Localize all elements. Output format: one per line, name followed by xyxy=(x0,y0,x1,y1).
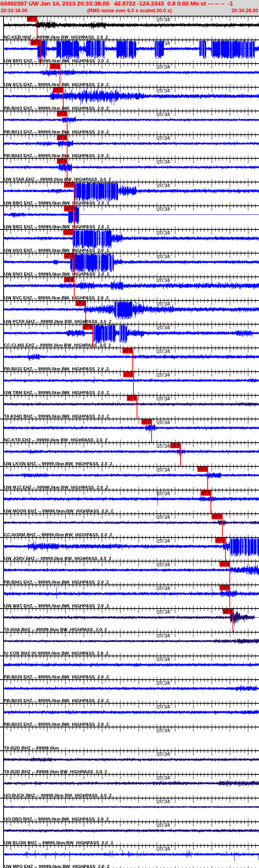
trace-row-ta-i02d-bhz[interactable]: 20:34TA I02D BHZ -- 99999.0km xyxy=(0,727,259,750)
station-channel-label: UW TBM EHZ -- 99999.0km BW HIGHPASS 2.0 … xyxy=(4,390,109,395)
trace-row-uw-lkvw-ehz[interactable]: 20:34UW LKVW EHZ -- 99999.0km BW HIGHPAS… xyxy=(0,442,259,466)
pick-flag[interactable]: xT 4 xyxy=(220,562,230,567)
station-channel-label: UW BRO EHZ -- 99999.0km BW HIGHPASS 2.0 … xyxy=(4,224,109,229)
trace-row-pb-b941-ehz[interactable]: 20:34PB B941 EHZ -- 99999.0km BW HIGHPAS… xyxy=(0,561,259,584)
trace-row-pb-b013-ehz[interactable]: 20:34PB B013 EHZ -- 99999.0km BW HIGHPAS… xyxy=(0,111,259,134)
pick-flag[interactable]: xT 4 xyxy=(27,17,37,22)
rms-scaling-note: (RMS noise over 6.0 s scaled 20.0 x) xyxy=(87,8,172,13)
trace-row-uw-rcs-ehz[interactable]: 20:34UW RCS EHZ -- 99999.0km BW HIGHPASS… xyxy=(0,63,259,87)
pick-flag[interactable]: xT 4 xyxy=(63,230,73,235)
station-channel-label: UW MOON EHZ -- 99999.0km BW HIGHPASS 2.0… xyxy=(4,509,113,513)
trace-row-uw-moon-ehz[interactable]: 20:34UW MOON EHZ -- 99999.0km BW HIGHPAS… xyxy=(0,490,259,513)
trace-row-uw-bro-ehz[interactable]: 20:34UW BRO EHZ -- 99999.0km BW HIGHPASS… xyxy=(0,205,259,229)
station-channel-label: UW MJ2 EHZ -- 99999.0km BW HIGHPASS 2.0 … xyxy=(4,485,108,490)
trace-row-pb-b028-ehz[interactable]: 20:34PB B028 EHZ -- 99999.0km BW HIGHPAS… xyxy=(0,656,259,679)
trace-row-uw-tbm-ehz[interactable]: 20:34UW TBM EHZ -- 99999.0km BW HIGHPASS… xyxy=(0,371,259,395)
trace-row-uw-bbo-ehz[interactable]: 20:34UW BBO EHZ -- 99999.0km BW HIGHPASS… xyxy=(0,182,259,205)
pick-flag[interactable]: xT 4 xyxy=(83,325,93,330)
trace-row-cc-norm-bhz[interactable]: 20:34CC NORM BHZ -- 99999.0km BW HIGHPAS… xyxy=(0,513,259,537)
station-channel-label: TA I03D BHZ -- 99999.0km BW HIGHPASS 2.0… xyxy=(4,769,107,774)
station-channel-label: UW RNO EHZ -- 99999.0km BW HIGHPASS 2.0 … xyxy=(4,272,109,276)
station-channel-label: PB B028 EHZ -- 99999.0km BW HIGHPASS 2.0… xyxy=(4,674,109,679)
trace-row-uo-dbo-bhz[interactable]: 20:34UO DBO BHZ -- 99999.0km BW HIGHPASS… xyxy=(0,798,259,821)
station-channel-label: PB B003 EHZ -- 99999.0km BW HIGHPASS 2.0… xyxy=(4,106,109,111)
trace-row-nc-keb-hhz[interactable]: 20:34NC KEB HHZ -- 99999.0km BW HIGHPASS… xyxy=(0,16,259,39)
pick-flag[interactable]: xT 4 xyxy=(75,301,86,306)
station-channel-label: UW LKVW EHZ -- 99999.0km BW HIGHPASS 2.0… xyxy=(4,461,113,466)
station-channel-label: UW MPO EHZ -- 99999.0km BW HIGHPASS 2.0 … xyxy=(4,864,109,868)
pick-flag[interactable]: xT 4 xyxy=(57,135,67,140)
station-channel-label: UW BLOW BHZ -- 99999.0km BW HIGHPASS 2.0… xyxy=(4,840,113,845)
station-channel-label: UW PCFR EHZ -- 99999.0km BW HIGHPASS 2.0… xyxy=(4,319,111,324)
trace-row-uw-mpo-ehz[interactable]: 20:34UW MPO EHZ -- 99999.0km BW HIGHPASS… xyxy=(0,845,259,868)
trace-row-pb-b033-ehz[interactable]: 20:34PB B033 EHZ -- 99999.0km BW HIGHPAS… xyxy=(0,703,259,727)
station-channel-label: TA I04A BHZ -- 99999.0km BW HIGHPASS 2.0… xyxy=(4,627,107,632)
pick-flag[interactable]: xT 4 xyxy=(123,372,133,377)
trace-row-cc-clms-ehz[interactable]: 20:34CC CLMS EHZ -- 99999.0km BW HIGHPAS… xyxy=(0,324,259,348)
pick-flag[interactable]: xT 4 xyxy=(64,182,74,188)
trace-row-iu-cor-bhz[interactable]: 20:34IU COR BHZ 00 99999.0km BW HIGHPASS… xyxy=(0,632,259,656)
pick-flag[interactable]: xT 4 xyxy=(50,64,60,69)
trace-row-ta-i03d-bhz[interactable]: 20:34TA I03D BHZ -- 99999.0km BW HIGHPAS… xyxy=(0,750,259,774)
station-channel-label: PB B033 EHZ -- 99999.0km BW HIGHPASS 2.0… xyxy=(4,722,109,727)
station-channel-label: UW RVC EHZ -- 99999.0km BW HIGHPASS 2.0 … xyxy=(4,295,109,300)
trace-row-pb-b032-ehz[interactable]: 20:34PB B032 EHZ -- 99999.0km BW HIGHPAS… xyxy=(0,348,259,371)
station-channel-label: UW WAT EHZ -- 99999.0km BW HIGHPASS 2.0 … xyxy=(4,603,109,608)
station-channel-label: UW STAR EHZ -- 99999.0km BW HIGHPASS 2.0… xyxy=(4,177,111,182)
pick-flag[interactable]: xT 4 xyxy=(30,40,41,45)
trace-row-pb-b003-ehz[interactable]: 20:34PB B003 EHZ -- 99999.0km BW HIGHPAS… xyxy=(0,87,259,111)
station-channel-label: CC CLMS EHZ -- 99999.0km BW HIGHPASS 2.0… xyxy=(4,343,111,348)
pick-flag[interactable]: xT 4 xyxy=(197,467,208,472)
pick-flag[interactable]: xT 4 xyxy=(215,538,225,543)
pick-flag[interactable]: xT 4 xyxy=(170,443,180,448)
trace-row-ta-k04d-bhz[interactable]: 20:34TA K04D BHZ -- 99999.0km BW HIGHPAS… xyxy=(0,395,259,419)
trace-row-uw-bpo-ehz[interactable]: 20:34UW BPO EHZ -- 99999.0km BW HIGHPASS… xyxy=(0,39,259,63)
trace-row-uw-pcfr-ehz[interactable]: 20:34UW PCFR EHZ -- 99999.0km BW HIGHPAS… xyxy=(0,300,259,324)
station-channel-label: CC NORM BHZ -- 99999.0km BW HIGHPASS 2.0… xyxy=(4,532,112,537)
trace-row-uw-hso-ehz[interactable]: 20:34UW HSO EHZ -- 99999.0km BW HIGHPASS… xyxy=(0,229,259,253)
station-channel-label: PB B013 EHZ -- 99999.0km BW HIGHPASS 2.0… xyxy=(4,130,109,134)
pick-flag[interactable]: xT 4 xyxy=(141,419,152,425)
trace-row-uw-blow-bhz[interactable]: 20:34UW BLOW BHZ -- 99999.0km BW HIGHPAS… xyxy=(0,821,259,845)
station-channel-label: IU COR BHZ 00 99999.0km BW HIGHPASS 2.0 … xyxy=(4,651,109,656)
trace-row-uw-rno-ehz[interactable]: 20:34UW RNO EHZ -- 99999.0km BW HIGHPASS… xyxy=(0,253,259,276)
trace-row-ta-i04a-bhz[interactable]: 20:34TA I04A BHZ -- 99999.0km BW HIGHPAS… xyxy=(0,608,259,632)
pick-flag[interactable]: xT 4 xyxy=(64,206,74,211)
pick-flag[interactable]: xT 4 xyxy=(57,159,67,164)
trace-row-uw-mj2-ehz[interactable]: 20:34UW MJ2 EHZ -- 99999.0km BW HIGHPASS… xyxy=(0,466,259,490)
pick-flag[interactable]: xT 4 xyxy=(127,396,137,401)
trace-row-uo-buck-bhz[interactable]: 20:34UO BUCK BHZ -- 99999.0km BW HIGHPAS… xyxy=(0,774,259,798)
trace-row-uw-rvc-ehz[interactable]: 20:34UW RVC EHZ -- 99999.0km BW HIGHPASS… xyxy=(0,276,259,300)
trace-row-nc-ktr-ehz[interactable]: 20:34NC KTR EHZ -- 99999.0km BW HIGHPASS… xyxy=(0,419,259,442)
pick-flag[interactable]: xT 4 xyxy=(122,348,133,353)
station-channel-label: UW BPO EHZ -- 99999.0km BW HIGHPASS 2.0 … xyxy=(4,58,109,63)
pick-flag[interactable]: xT 4 xyxy=(53,88,63,93)
trace-row-pb-b943-ehz[interactable]: 20:34PB B943 EHZ -- 99999.0km BW HIGHPAS… xyxy=(0,134,259,158)
trace-row-uw-jorv-ehz[interactable]: 20:34UW JORV EHZ -- 99999.0km BW HIGHPAS… xyxy=(0,537,259,561)
trace-row-uw-wat-ehz[interactable]: 20:34UW WAT EHZ -- 99999.0km BW HIGHPASS… xyxy=(0,584,259,608)
station-channel-label: TA K04D BHZ -- 99999.0km BW HIGHPASS 2.0… xyxy=(4,414,109,419)
time-window-bar: 20:33:18.00 (RMS noise over 6.0 s scaled… xyxy=(0,8,259,15)
event-header: 60492387 UW Jan 14, 2013 20:33:38.00 42.… xyxy=(0,0,259,16)
pick-flag[interactable]: xT 4 xyxy=(64,277,74,282)
station-channel-label: UW RCS EHZ -- 99999.0km BW HIGHPASS 2.0 … xyxy=(4,82,109,87)
station-channel-label: NC KEB HHZ -- 99999.0km BW HIGHPASS 2.0 … xyxy=(4,35,108,39)
event-summary-line: 60492387 UW Jan 14, 2013 20:33:38.00 42.… xyxy=(0,0,259,8)
trace-row-pb-b030-ehz[interactable]: 20:34PB B030 EHZ -- 99999.0km BW HIGHPAS… xyxy=(0,679,259,703)
pick-flag[interactable]: xT 4 xyxy=(223,609,233,614)
trace-row-uw-star-ehz[interactable]: 20:34UW STAR EHZ -- 99999.0km BW HIGHPAS… xyxy=(0,158,259,182)
pick-flag[interactable]: xT 4 xyxy=(64,254,74,259)
seismogram-review-window: 60492387 UW Jan 14, 2013 20:33:38.00 42.… xyxy=(0,0,259,868)
station-channel-label: UO BUCK BHZ -- 99999.0km BW HIGHPASS 2.0… xyxy=(4,793,112,798)
trace-list: 20:34NC KEB HHZ -- 99999.0km BW HIGHPASS… xyxy=(0,16,259,868)
station-channel-label: UW HSO EHZ -- 99999.0km BW HIGHPASS 2.0 … xyxy=(4,248,109,253)
station-channel-label: PB B030 EHZ -- 99999.0km BW HIGHPASS 2.0… xyxy=(4,698,109,703)
pick-flag[interactable]: xT 4 xyxy=(57,111,67,116)
pick-flag[interactable]: xT 4 xyxy=(201,490,211,496)
window-end-time: 20:34:28.00 xyxy=(232,8,258,13)
station-channel-label: UW BBO EHZ -- 99999.0km BW HIGHPASS 2.0 … xyxy=(4,201,109,205)
pick-flag[interactable]: xT 4 xyxy=(212,514,222,519)
pick-flag[interactable]: xT 4 xyxy=(220,585,230,590)
station-channel-label: PB B941 EHZ -- 99999.0km BW HIGHPASS 2.0… xyxy=(4,580,109,584)
station-channel-label: PB B943 EHZ -- 99999.0km BW HIGHPASS 2.0… xyxy=(4,153,109,158)
